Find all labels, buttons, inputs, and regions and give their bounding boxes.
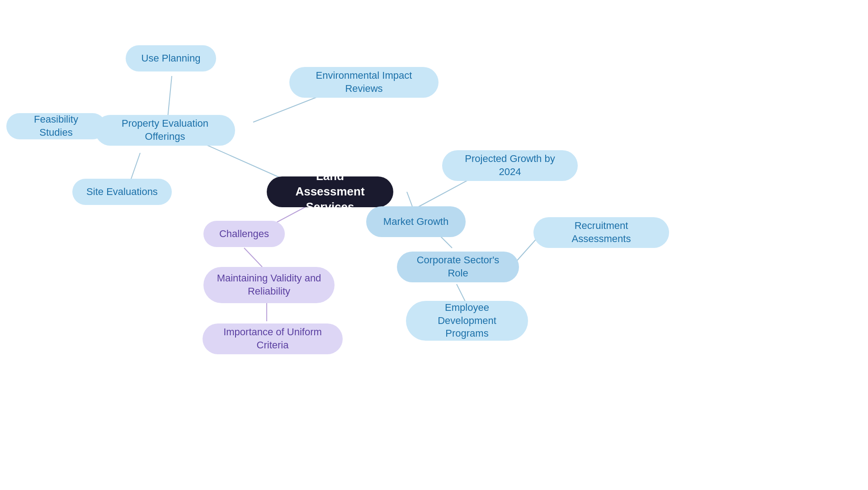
- center-node[interactable]: Land Assessment Services: [267, 176, 393, 207]
- svg-line-6: [244, 248, 262, 267]
- corporate-sector-node[interactable]: Corporate Sector's Role: [397, 252, 519, 282]
- feasibility-studies-node[interactable]: Feasibility Studies: [6, 113, 106, 139]
- maintaining-validity-node[interactable]: Maintaining Validity and Reliability: [203, 267, 335, 303]
- importance-uniform-criteria-node[interactable]: Importance of Uniform Criteria: [203, 323, 343, 354]
- svg-line-4: [253, 97, 316, 122]
- mindmap-canvas: Land Assessment Services Property Evalua…: [0, 0, 868, 490]
- projected-growth-node[interactable]: Projected Growth by 2024: [442, 150, 578, 181]
- use-planning-node[interactable]: Use Planning: [126, 45, 216, 71]
- property-evaluation-node[interactable]: Property Evaluation Offerings: [95, 115, 235, 146]
- svg-line-12: [457, 284, 466, 302]
- recruitment-assessments-node[interactable]: Recruitment Assessments: [533, 217, 669, 248]
- challenges-node[interactable]: Challenges: [203, 221, 285, 247]
- employee-development-node[interactable]: Employee Development Programs: [406, 301, 528, 341]
- environmental-impact-node[interactable]: Environmental Impact Reviews: [289, 67, 439, 98]
- svg-line-11: [515, 237, 538, 262]
- market-growth-node[interactable]: Market Growth: [366, 206, 466, 237]
- site-evaluations-node[interactable]: Site Evaluations: [72, 179, 172, 205]
